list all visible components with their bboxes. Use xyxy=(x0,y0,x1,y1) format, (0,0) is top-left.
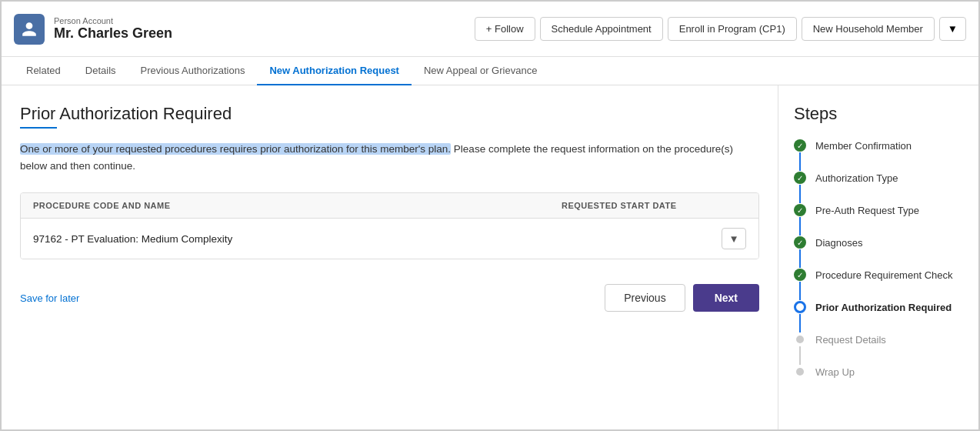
header-left: Person Account Mr. Charles Green xyxy=(14,14,475,45)
step-connector-line xyxy=(799,217,801,236)
step-label: Prior Authorization Required xyxy=(815,301,952,327)
description-text: One or more of your requested procedures… xyxy=(20,141,759,174)
step-completed-icon xyxy=(794,236,806,249)
step-label: Member Confirmation xyxy=(815,139,912,165)
step-connector xyxy=(794,172,806,204)
app-frame: Person Account Mr. Charles Green + Follo… xyxy=(0,0,980,431)
header-actions: + Follow Schedule Appointment Enroll in … xyxy=(475,17,966,41)
step-item: Member Confirmation xyxy=(794,139,963,172)
step-connector xyxy=(794,269,806,301)
col-procedure-header: PROCEDURE CODE AND NAME xyxy=(33,201,562,210)
avatar xyxy=(14,14,45,45)
step-connector-line xyxy=(799,282,801,300)
follow-button[interactable]: + Follow xyxy=(475,17,535,41)
chevron-down-icon: ▼ xyxy=(728,233,738,245)
step-completed-icon xyxy=(794,139,806,152)
title-underline xyxy=(20,127,57,129)
chevron-down-icon: ▼ xyxy=(948,23,958,35)
tab-new-authorization-request[interactable]: New Authorization Request xyxy=(257,57,412,85)
step-connector-line xyxy=(799,185,801,203)
col-date-header: REQUESTED START DATE xyxy=(562,201,746,210)
footer-buttons: Previous Next xyxy=(605,284,759,312)
steps-title: Steps xyxy=(794,104,963,124)
step-connector-line xyxy=(799,152,801,171)
previous-button[interactable]: Previous xyxy=(605,284,685,312)
step-connector xyxy=(794,139,806,172)
section-title: Prior Authorization Required xyxy=(20,104,759,124)
table-header: PROCEDURE CODE AND NAME REQUESTED START … xyxy=(21,193,758,219)
actions-dropdown-button[interactable]: ▼ xyxy=(939,17,966,41)
step-current-icon xyxy=(794,301,806,313)
step-label: Diagnoses xyxy=(815,236,862,262)
row-dropdown-button[interactable]: ▼ xyxy=(722,228,746,249)
step-item: Procedure Requirement Check xyxy=(794,269,963,301)
person-label: Person Account xyxy=(54,16,172,25)
left-panel: Prior Authorization Required One or more… xyxy=(2,85,778,429)
form-footer: Save for later Previous Next xyxy=(20,278,759,312)
step-connector xyxy=(794,333,806,366)
step-label: Procedure Requirement Check xyxy=(815,269,952,295)
step-item: Pre-Auth Request Type xyxy=(794,204,963,236)
step-label: Wrap Up xyxy=(815,366,855,392)
step-pending-icon xyxy=(796,336,804,343)
step-connector xyxy=(794,301,806,333)
header: Person Account Mr. Charles Green + Follo… xyxy=(2,2,978,57)
step-completed-icon xyxy=(794,269,806,281)
person-info: Person Account Mr. Charles Green xyxy=(54,16,172,42)
step-connector xyxy=(794,236,806,269)
step-connector-line xyxy=(799,346,801,365)
step-pending-icon xyxy=(796,368,804,376)
step-item: Prior Authorization Required xyxy=(794,301,963,333)
step-label: Pre-Auth Request Type xyxy=(815,204,919,230)
new-household-member-button[interactable]: New Household Member xyxy=(802,17,935,41)
step-label: Request Details xyxy=(815,333,886,359)
step-connector-line xyxy=(799,249,801,268)
tab-new-appeal-or-grievance[interactable]: New Appeal or Grievance xyxy=(412,57,549,85)
person-name: Mr. Charles Green xyxy=(54,25,172,42)
step-connector xyxy=(794,204,806,236)
save-for-later-button[interactable]: Save for later xyxy=(20,292,79,304)
step-label: Authorization Type xyxy=(815,172,898,198)
step-item: Request Details xyxy=(794,333,963,366)
steps-panel: Steps Member Confirmation Authorization … xyxy=(778,85,978,429)
step-list: Member Confirmation Authorization Type P… xyxy=(794,139,963,392)
next-button[interactable]: Next xyxy=(693,284,759,312)
procedure-table: PROCEDURE CODE AND NAME REQUESTED START … xyxy=(20,192,759,259)
procedure-value: 97162 - PT Evaluation: Medium Complexity xyxy=(33,233,722,245)
step-connector-line xyxy=(799,314,801,332)
step-connector xyxy=(794,366,806,378)
tab-previous-authorizations[interactable]: Previous Authorizations xyxy=(128,57,258,85)
tabs-bar: Related Details Previous Authorizations … xyxy=(2,57,978,85)
step-completed-icon xyxy=(794,204,806,216)
content-area: Prior Authorization Required One or more… xyxy=(2,85,978,429)
step-item: Wrap Up xyxy=(794,366,963,392)
tab-details[interactable]: Details xyxy=(73,57,128,85)
step-item: Authorization Type xyxy=(794,172,963,204)
table-row: 97162 - PT Evaluation: Medium Complexity… xyxy=(21,219,758,259)
step-completed-icon xyxy=(794,172,806,184)
schedule-appointment-button[interactable]: Schedule Appointment xyxy=(540,17,663,41)
tab-related[interactable]: Related xyxy=(14,57,73,85)
step-item: Diagnoses xyxy=(794,236,963,269)
enroll-program-button[interactable]: Enroll in Program (CP1) xyxy=(668,17,797,41)
highlighted-text: One or more of your requested procedures… xyxy=(20,143,451,155)
